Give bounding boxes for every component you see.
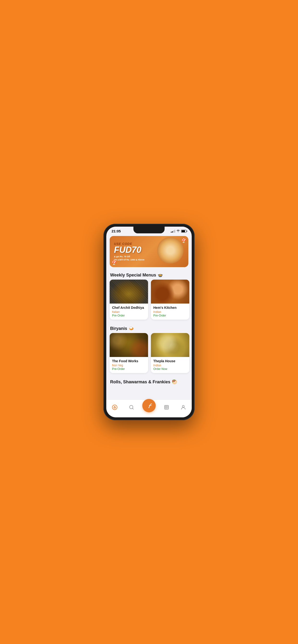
status-time: 21:05 — [112, 229, 121, 233]
svg-rect-1 — [114, 407, 115, 408]
nav-item-home[interactable] — [109, 402, 121, 412]
weekly-specials-list[interactable]: Chef Archit Dedhiya Italian Pre-Order He… — [106, 280, 192, 322]
mushroom-icon-2: 🍄 — [112, 260, 117, 265]
svg-point-8 — [182, 406, 184, 407]
restaurant-cuisine-hems-kitchen: Indian — [153, 310, 187, 314]
card-info-thepla-house: Thepla House Indian Order Now — [151, 357, 189, 373]
restaurant-image-food-works — [110, 333, 148, 357]
card-info-chef-archit: Chef Archit Dedhiya Italian Pre-Order — [110, 304, 148, 320]
biryanis-list[interactable]: The Food Works Non Veg Pre-Order Thepla … — [106, 333, 192, 376]
restaurant-cuisine-food-works: Non Veg — [112, 364, 146, 367]
status-icons — [171, 229, 186, 233]
restaurant-card-hems-kitchen[interactable]: Hem's Kitchen Indian Pre-Order — [151, 280, 189, 320]
orders-icon — [163, 404, 170, 411]
restaurant-order-type-food-works: Pre-Order — [112, 367, 146, 371]
restaurant-name-hems-kitchen: Hem's Kitchen — [153, 306, 187, 310]
wifi-icon — [176, 229, 180, 233]
search-icon — [128, 404, 135, 411]
profile-icon — [180, 404, 187, 411]
restaurant-image-hems-kitchen — [151, 280, 189, 304]
promo-pizza-image — [157, 237, 186, 266]
nav-item-logo[interactable]: 𝓯 — [142, 399, 156, 412]
phone-notch — [133, 227, 165, 233]
home-icon — [111, 404, 118, 411]
main-scroll[interactable]: USE CODE FUD70 & get Rs. 70 Off On a Bil… — [106, 234, 192, 400]
restaurant-image-chef-archit — [110, 280, 148, 304]
restaurant-name-food-works: The Food Works — [112, 359, 146, 363]
card-info-food-works: The Food Works Non Veg Pre-Order — [110, 357, 148, 373]
restaurant-order-type-thepla-house: Order Now — [153, 367, 187, 371]
restaurant-order-type-hems-kitchen: Pre-Order — [153, 314, 187, 317]
nav-item-search[interactable] — [125, 402, 137, 412]
promo-code: FUD70 — [114, 246, 144, 254]
restaurant-card-chef-archit[interactable]: Chef Archit Dedhiya Italian Pre-Order — [110, 280, 148, 320]
section-header-biryanis: Biryanis 🍛 — [106, 322, 192, 333]
nav-item-profile[interactable] — [177, 402, 189, 412]
phone-device: 21:05 — [103, 224, 195, 420]
restaurant-cuisine-thepla-house: Indian — [153, 364, 187, 367]
section-header-weekly: Weekly Special Menus 🍲 — [106, 269, 192, 280]
promo-description: & get Rs. 70 Off On a Bill Of Rs. 1000 &… — [114, 255, 144, 261]
signal-icon — [171, 230, 175, 233]
restaurant-name-chef-archit: Chef Archit Dedhiya — [112, 306, 146, 310]
nav-item-orders[interactable] — [161, 402, 173, 412]
battery-icon — [181, 230, 186, 233]
restaurant-cuisine-chef-archit: Italian — [112, 310, 146, 314]
section-header-rolls: Rolls, Shawarmas & Frankies 🥙 — [106, 376, 192, 386]
card-info-hems-kitchen: Hem's Kitchen Indian Pre-Order — [151, 304, 189, 320]
promo-banner[interactable]: USE CODE FUD70 & get Rs. 70 Off On a Bil… — [110, 236, 188, 267]
restaurant-image-thepla-house — [151, 333, 189, 357]
restaurant-card-food-works[interactable]: The Food Works Non Veg Pre-Order — [110, 333, 148, 373]
promo-text-block: USE CODE FUD70 & get Rs. 70 Off On a Bil… — [114, 242, 144, 261]
restaurant-name-thepla-house: Thepla House — [153, 359, 187, 363]
restaurant-order-type-chef-archit: Pre-Order — [112, 314, 146, 317]
logo-icon: 𝓯 — [148, 402, 150, 409]
svg-rect-3 — [165, 406, 169, 409]
restaurant-card-thepla-house[interactable]: Thepla House Indian Order Now — [151, 333, 189, 373]
phone-screen: 21:05 — [106, 227, 192, 417]
bottom-navigation: 𝓯 — [106, 400, 192, 417]
